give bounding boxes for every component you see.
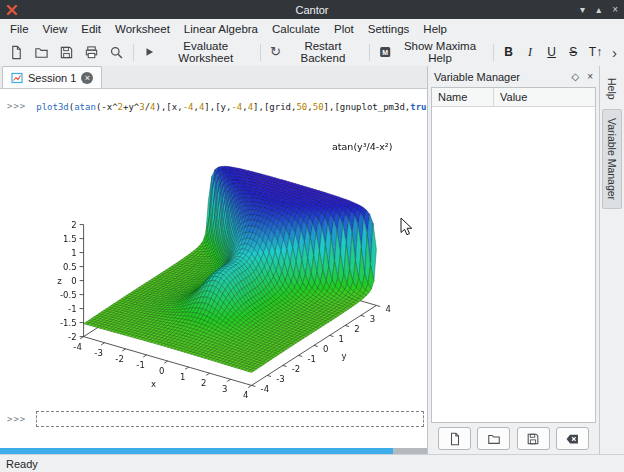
evaluate-worksheet-label: Evaluate Worksheet	[160, 40, 251, 64]
side-tab-variable-manager[interactable]: Variable Manager	[602, 109, 622, 209]
menu-item-plot[interactable]: Plot	[327, 21, 361, 37]
variable-table-body	[432, 107, 595, 422]
float-panel-icon[interactable]: ◇	[571, 66, 579, 87]
minimize-button[interactable]: ▾	[580, 0, 585, 19]
maxima-help-icon: M	[379, 45, 391, 59]
close-panel-icon[interactable]: ×	[587, 66, 593, 87]
window-controls: ▾ ▴ ×	[580, 0, 618, 19]
restart-backend-button[interactable]: ↻ Restart Backend	[266, 37, 364, 67]
strikethrough-button[interactable]: S	[563, 42, 583, 62]
run-icon	[143, 45, 155, 59]
side-tab-strip: Help Variable Manager	[599, 66, 624, 454]
worksheet[interactable]: >>> plot3d(atan(-x^2+y^3/4),[x,-4,4],[y,…	[0, 89, 427, 448]
main-area: Session 1 × >>> plot3d(atan(-x^2+y^3/4),…	[0, 66, 624, 454]
toolbar-separator	[369, 44, 370, 61]
show-maxima-help-button[interactable]: M Show Maxima Help	[375, 37, 488, 67]
menu-item-edit[interactable]: Edit	[74, 21, 108, 37]
print-icon	[84, 45, 99, 60]
window-title: Cantor	[0, 4, 624, 16]
plot-result: atan(y³/4-x²)	[20, 105, 424, 407]
close-button[interactable]: ×	[612, 0, 618, 19]
superscript-label: T↑	[589, 45, 602, 59]
toolbar-separator	[133, 44, 134, 61]
italic-button[interactable]: I	[520, 42, 540, 63]
new-worksheet-button[interactable]	[5, 42, 28, 63]
empty-command-row[interactable]: >>>	[7, 411, 424, 427]
toolbar-overflow-button[interactable]: ›	[608, 41, 619, 64]
side-tab-help[interactable]: Help	[602, 69, 622, 109]
clear-icon	[565, 432, 580, 446]
command-entry[interactable]	[36, 411, 424, 427]
plot-title: atan(y³/4-x²)	[332, 141, 392, 152]
chevron-right-icon: ›	[612, 44, 617, 61]
strikethrough-label: S	[569, 45, 577, 59]
new-variable-button[interactable]	[438, 427, 471, 450]
menu-item-linear-algebra[interactable]: Linear Algebra	[177, 21, 265, 37]
clear-variables-button[interactable]	[556, 427, 589, 450]
save-variables-button[interactable]	[517, 427, 550, 450]
restart-icon: ↻	[270, 45, 281, 59]
status-bar: Ready	[0, 454, 624, 472]
search-icon	[109, 45, 124, 60]
toolbar-separator	[493, 44, 494, 61]
open-button[interactable]	[30, 42, 53, 63]
worksheet-pane: Session 1 × >>> plot3d(atan(-x^2+y^3/4),…	[0, 66, 428, 454]
svg-text:M: M	[382, 49, 388, 56]
session-icon	[11, 72, 23, 84]
print-button[interactable]	[80, 42, 103, 63]
folder-icon	[34, 45, 49, 60]
menu-item-settings[interactable]: Settings	[361, 21, 417, 37]
italic-label: I	[528, 45, 532, 60]
superscript-button[interactable]: T↑	[585, 42, 606, 62]
tab-close-icon[interactable]: ×	[81, 72, 93, 84]
find-button[interactable]	[105, 42, 128, 63]
show-maxima-help-label: Show Maxima Help	[396, 40, 484, 64]
toolbar-separator	[260, 44, 261, 61]
entry-prompt: >>>	[7, 414, 26, 424]
save-icon	[59, 45, 74, 60]
app-icon	[6, 4, 18, 16]
menu-item-calculate[interactable]: Calculate	[265, 21, 327, 37]
variable-manager-header[interactable]: Variable Manager ◇ ×	[428, 66, 599, 87]
folder-icon	[487, 432, 501, 446]
bold-label: B	[504, 45, 513, 59]
menubar: FileViewEditWorksheetLinear AlgebraCalcu…	[0, 19, 624, 38]
load-variables-button[interactable]	[477, 427, 510, 450]
menu-item-worksheet[interactable]: Worksheet	[108, 21, 177, 37]
status-text: Ready	[6, 458, 38, 470]
menu-item-view[interactable]: View	[36, 21, 75, 37]
restart-backend-label: Restart Backend	[286, 40, 360, 64]
underline-label: U	[547, 45, 556, 59]
menu-item-help[interactable]: Help	[416, 21, 454, 37]
evaluate-worksheet-button[interactable]: Evaluate Worksheet	[139, 37, 255, 67]
variable-table: Name Value	[431, 87, 596, 423]
underline-button[interactable]: U	[542, 42, 562, 62]
variable-table-header: Name Value	[432, 88, 595, 107]
variable-manager-toolbar	[428, 423, 599, 454]
cantor-window: Cantor ▾ ▴ × FileViewEditWorksheetLinear…	[0, 0, 624, 472]
column-header-value[interactable]: Value	[494, 88, 595, 106]
bold-button[interactable]: B	[499, 42, 519, 62]
column-header-name[interactable]: Name	[432, 88, 494, 106]
toolbar: Evaluate Worksheet ↻ Restart Backend M S…	[0, 38, 624, 66]
tab-session-label: Session 1	[28, 72, 76, 84]
new-document-icon	[448, 432, 462, 446]
mouse-cursor	[400, 217, 413, 236]
save-button[interactable]	[55, 42, 78, 63]
menu-item-file[interactable]: File	[3, 21, 36, 37]
maximize-button[interactable]: ▴	[596, 0, 601, 19]
variable-manager-panel: Variable Manager ◇ × Name Value	[428, 66, 599, 454]
titlebar[interactable]: Cantor ▾ ▴ ×	[0, 0, 624, 19]
variable-manager-title: Variable Manager	[434, 71, 563, 83]
tab-session-1[interactable]: Session 1 ×	[2, 66, 102, 88]
tab-bar: Session 1 ×	[0, 66, 427, 89]
new-document-icon	[9, 45, 24, 60]
save-icon	[526, 432, 540, 446]
